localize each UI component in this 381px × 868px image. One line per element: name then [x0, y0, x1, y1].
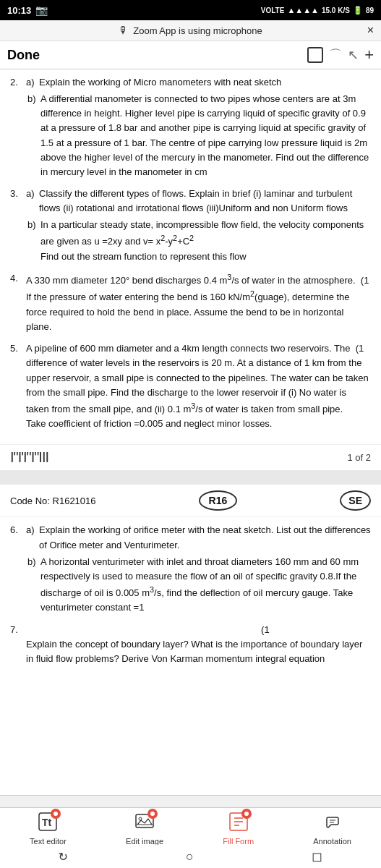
question-6: 6. a) Explain the working of orifice met… — [10, 523, 371, 615]
q5-row: 5. A pipeline of 600 mm diameter and a 4… — [10, 341, 371, 431]
page-number: 1 of 2 — [347, 452, 371, 463]
question-4: 4. A 330 mm diameter 120° bend discharge… — [10, 271, 371, 334]
cursor-icon: ↖ — [348, 47, 359, 63]
tool-annotation[interactable]: Annotation — [313, 809, 351, 846]
q5-num: 5. — [10, 341, 23, 431]
code-badge: R16 — [199, 490, 238, 511]
square-button[interactable] — [307, 47, 323, 63]
page-indicator-row: I"I'I"I"III 1 of 2 — [0, 444, 381, 470]
doc-page1: 2. a) Explain the working of Micro manom… — [0, 69, 381, 441]
q7-row: 7. (1Explain the concept of boundary lay… — [10, 623, 371, 666]
notification-bar: 🎙 Zoom App is using microphone × — [0, 20, 381, 41]
q6a-letter: a) — [26, 523, 36, 552]
q6b-text: A horizontal venturimeter with inlet and… — [40, 555, 371, 616]
q3b-text: In a particular steady state, incompress… — [40, 218, 371, 264]
fill-form-icon-wrap — [226, 809, 252, 835]
set-badge: SE — [340, 490, 371, 511]
q2b-text: A differential manometer is connected to… — [40, 92, 371, 179]
svg-point-3 — [139, 817, 142, 820]
q2b-letter: b) — [27, 92, 38, 179]
text-editor-icon-wrap: Tt — [35, 809, 61, 835]
q2b-row: b) A differential manometer is connected… — [27, 92, 371, 179]
page-separator — [0, 470, 381, 485]
q4-row: 4. A 330 mm diameter 120° bend discharge… — [10, 271, 371, 334]
q3-num: 3. — [10, 187, 23, 216]
tool-fill-form[interactable]: Fill Form — [223, 809, 254, 846]
svg-text:Tt: Tt — [42, 817, 52, 828]
q3b-row: b) In a particular steady state, incompr… — [27, 218, 371, 264]
tool-edit-image[interactable]: Edit image — [126, 809, 163, 846]
top-bar: Done ⌒ ↖ + — [0, 41, 381, 69]
q3a-letter: a) — [26, 187, 36, 216]
q6b-letter: b) — [27, 555, 38, 616]
q4-num: 4. — [10, 271, 23, 334]
q6a-text: Explain the working of orifice meter wit… — [39, 523, 371, 552]
q3-row: 3. a) Classify the different types of fl… — [10, 187, 371, 216]
edit-image-icon-wrap — [132, 809, 158, 835]
notification-close[interactable]: × — [367, 24, 374, 37]
battery-icon: 🔋 — [353, 6, 363, 15]
fill-form-badge — [241, 809, 252, 819]
question-3: 3. a) Classify the different types of fl… — [10, 187, 371, 264]
nav-bar: ↺ ○ ◻ — [0, 845, 381, 868]
question-5: 5. A pipeline of 600 mm diameter and a 4… — [10, 341, 371, 431]
q2a-text: Explain the working of Micro manometers … — [39, 75, 371, 90]
q6b-row: b) A horizontal venturimeter with inlet … — [27, 555, 371, 616]
doc-page2: 6. a) Explain the working of orifice met… — [0, 517, 381, 676]
battery-level: 89 — [366, 7, 374, 14]
document-content: 2. a) Explain the working of Micro manom… — [0, 69, 381, 758]
signal-icon: ▲▲▲▲ — [287, 6, 319, 14]
q5-text: A pipeline of 600 mm diameter and a 4km … — [26, 341, 371, 431]
q6-row: 6. a) Explain the working of orifice met… — [10, 523, 371, 552]
nav-recent[interactable]: ◻ — [312, 848, 322, 864]
question-2: 2. a) Explain the working of Micro manom… — [10, 75, 371, 179]
top-bar-right: ⌒ ↖ + — [307, 46, 374, 64]
volte-label: VOLTE — [261, 7, 285, 14]
q3b-letter: b) — [27, 218, 38, 264]
question-7: 7. (1Explain the concept of boundary lay… — [10, 623, 371, 666]
q3a-text: Classify the different types of flows. E… — [39, 187, 371, 216]
annotation-icon-wrap — [320, 809, 346, 835]
q2-num: 2. — [10, 75, 23, 90]
q4-text: A 330 mm diameter 120° bend discharges 0… — [26, 271, 371, 334]
q6-num: 6. — [10, 523, 23, 552]
arc-icon: ⌒ — [329, 46, 342, 64]
nav-home[interactable]: ○ — [186, 849, 194, 864]
add-button[interactable]: + — [364, 46, 374, 64]
notification-text: Zoom App is using microphone — [133, 25, 262, 36]
code-text: Code No: R1621016 — [10, 495, 96, 506]
q7-text: (1Explain the concept of boundary layer?… — [26, 623, 371, 666]
mic-icon: 🎙 — [119, 25, 129, 36]
status-bar: 10:13 📷 VOLTE ▲▲▲▲ 15.0 K/S 🔋 89 — [0, 0, 381, 20]
q2a-letter: a) — [26, 75, 36, 90]
q2-row: 2. a) Explain the working of Micro manom… — [10, 75, 371, 90]
barcode: I"I'I"I"III — [10, 449, 48, 466]
bottom-tools: Tt Text editor Edit image — [0, 807, 381, 845]
code-row: Code No: R1621016 R16 SE — [0, 485, 381, 517]
tool-text-editor[interactable]: Tt Text editor — [30, 809, 67, 846]
text-editor-badge — [51, 809, 61, 819]
annotation-svg — [322, 812, 343, 832]
edit-image-badge — [147, 809, 158, 819]
nav-back[interactable]: ↺ — [59, 850, 68, 864]
speed-label: 15.0 K/S — [322, 7, 350, 14]
q7-num: 7. — [10, 623, 23, 666]
done-button[interactable]: Done — [7, 48, 40, 63]
camera-icon: 📷 — [35, 4, 48, 16]
status-right: VOLTE ▲▲▲▲ 15.0 K/S 🔋 89 — [261, 6, 374, 15]
status-time: 10:13 — [7, 5, 31, 16]
